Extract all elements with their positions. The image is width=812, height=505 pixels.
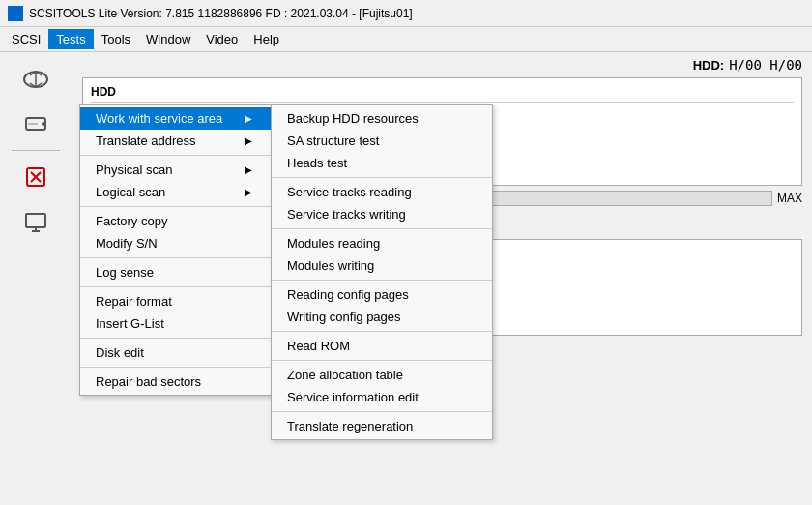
- hdd-value: H/00 H/00: [729, 57, 802, 73]
- menu-item-read-rom[interactable]: Read ROM: [272, 335, 492, 357]
- menu-item-repair-bad-sectors[interactable]: Repair bad sectors: [80, 371, 272, 393]
- title-text: SCSITOOLS Lite Version: 7.815 1182886896…: [29, 7, 413, 20]
- menu-help[interactable]: Help: [246, 29, 287, 49]
- menu-item-heads-test[interactable]: Heads test: [272, 152, 492, 174]
- arrow-icon: ▶: [245, 164, 252, 175]
- arrow-icon: ▶: [245, 187, 252, 197]
- hdd-info-bar: HDD: H/00 H/00: [82, 57, 802, 73]
- menu-item-log-sense[interactable]: Log sense: [80, 261, 272, 283]
- menu-item-factory-copy[interactable]: Factory copy: [80, 210, 272, 232]
- hdd-label: HDD:: [693, 58, 725, 73]
- menu-scsi[interactable]: SCSI: [4, 29, 48, 49]
- separator-5: [80, 338, 272, 339]
- menu-item-insert-glist[interactable]: Insert G-List: [80, 312, 272, 335]
- svg-rect-8: [26, 214, 45, 227]
- menu-bar: SCSI Tests Tools Window Video Help: [0, 27, 812, 52]
- separator-6: [80, 367, 272, 368]
- menu-item-repair-format[interactable]: Repair format: [80, 290, 272, 312]
- hdd-icon-btn[interactable]: [16, 104, 55, 143]
- menu-video[interactable]: Video: [198, 29, 246, 49]
- left-panel: [0, 52, 72, 505]
- sub-separator-1: [272, 177, 492, 178]
- menu-item-logical-scan[interactable]: Logical scan ▶: [80, 181, 272, 203]
- arrow-icon: ▶: [245, 135, 252, 146]
- scsi-icon-btn[interactable]: [16, 60, 55, 99]
- menu-item-sa-structure-test[interactable]: SA structure test: [272, 130, 492, 152]
- app-icon: [8, 6, 23, 21]
- separator: [12, 150, 60, 151]
- sub-separator-6: [272, 411, 492, 412]
- sub-separator-5: [272, 360, 492, 361]
- arrow-icon: ▶: [245, 113, 252, 124]
- menu-tests[interactable]: Tests: [48, 29, 93, 49]
- main-area: HDD: H/00 H/00 HDD Vendor/M: Revision: S…: [0, 52, 812, 505]
- separator-4: [80, 286, 272, 287]
- menu-item-translate-regeneration[interactable]: Translate regeneration: [272, 415, 492, 437]
- separator-1: [80, 155, 272, 156]
- title-bar: SCSITOOLS Lite Version: 7.815 1182886896…: [0, 0, 812, 27]
- menu-item-translate-address[interactable]: Translate address ▶: [80, 130, 272, 152]
- menu-item-modules-writing[interactable]: Modules writing: [272, 254, 492, 277]
- separator-3: [80, 257, 272, 258]
- menu-item-service-info-edit[interactable]: Service information edit: [272, 386, 492, 408]
- service-area-submenu: Backup HDD resources SA structure test H…: [271, 104, 493, 440]
- separator-2: [80, 206, 272, 207]
- menu-tools[interactable]: Tools: [94, 29, 138, 49]
- menu-item-zone-allocation[interactable]: Zone allocation table: [272, 364, 492, 386]
- menu-item-service-tracks-writing[interactable]: Service tracks writing: [272, 203, 492, 225]
- menu-item-physical-scan[interactable]: Physical scan ▶: [80, 159, 272, 181]
- menu-item-modules-reading[interactable]: Modules reading: [272, 232, 492, 254]
- menu-item-modify-sn[interactable]: Modify S/N: [80, 232, 272, 254]
- menu-window[interactable]: Window: [138, 29, 198, 49]
- stop-icon-btn[interactable]: [16, 158, 55, 196]
- menu-item-disk-edit[interactable]: Disk edit: [80, 342, 272, 364]
- display-icon-btn[interactable]: [16, 202, 55, 241]
- sub-separator-4: [272, 331, 492, 332]
- menu-item-work-service-area[interactable]: Work with service area ▶: [80, 107, 272, 130]
- menu-item-service-tracks-reading[interactable]: Service tracks reading: [272, 181, 492, 203]
- menu-item-backup-hdd[interactable]: Backup HDD resources: [272, 107, 492, 130]
- menu-item-writing-config[interactable]: Writing config pages: [272, 306, 492, 328]
- sub-separator-3: [272, 280, 492, 281]
- sub-separator-2: [272, 228, 492, 229]
- tests-menu: Work with service area ▶ Translate addre…: [79, 104, 273, 396]
- svg-point-3: [42, 122, 45, 126]
- section-title: HDD: [91, 83, 794, 103]
- max-label: MAX: [777, 192, 802, 205]
- menu-item-reading-config[interactable]: Reading config pages: [272, 283, 492, 306]
